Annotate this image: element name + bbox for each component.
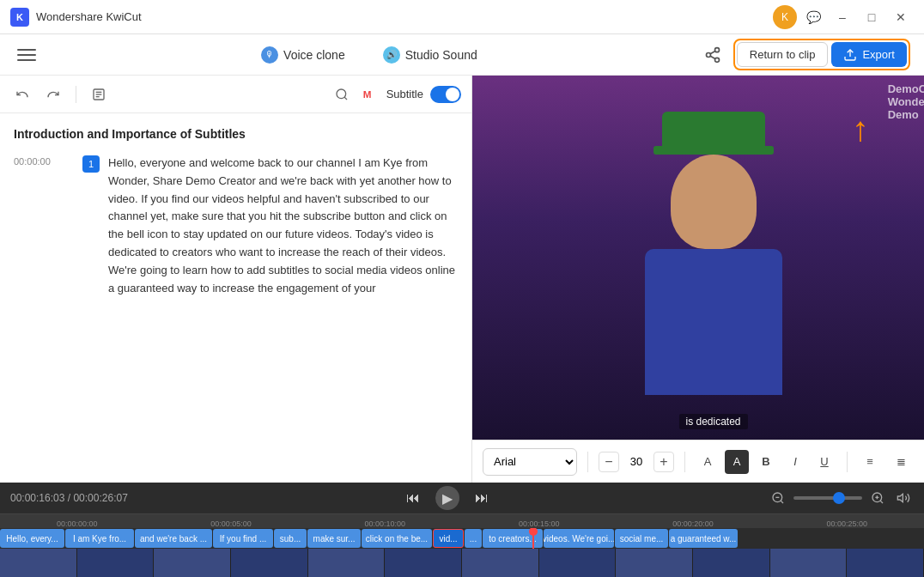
ruler-marks: 00:00:00:00 00:00:05:00 00:00:10:00 00:0…	[0, 514, 924, 528]
text-background-button[interactable]: A	[725, 450, 749, 474]
search-layout-button[interactable]	[330, 82, 354, 106]
transcript-block: 00:00:00 1 Hello, everyone and welcome b…	[14, 155, 458, 297]
user-initial: K	[781, 11, 788, 23]
block-number: 1	[82, 155, 100, 173]
clip-sub[interactable]: sub...	[274, 529, 307, 548]
play-pause-button[interactable]: ▶	[435, 486, 459, 510]
action-buttons-group: Return to clip Export	[733, 39, 910, 70]
ruler-mark-0: 00:00:00:00	[0, 519, 154, 528]
maximize-button[interactable]: □	[859, 5, 884, 29]
ruler-mark-4: 00:00:20:00	[616, 519, 769, 528]
message-icon-button[interactable]: 💬	[800, 5, 826, 29]
logo-text: K	[16, 12, 23, 22]
subtitle-label: Subtitle	[386, 88, 423, 100]
timeline-controls: 00:00:16:03 / 00:00:26:07 ⏮ ▶ ⏭	[0, 483, 924, 514]
transcript-timestamp: 00:00:00	[14, 155, 74, 297]
person-silhouette	[628, 112, 799, 395]
film-frame-6	[385, 549, 462, 577]
volume-button[interactable]	[893, 488, 914, 508]
text-align-button[interactable]: ≡	[858, 450, 882, 474]
clip-makesur[interactable]: make sur...	[307, 529, 361, 548]
font-size-value: 30	[624, 455, 648, 468]
italic-button[interactable]: I	[783, 450, 807, 474]
clip-videoswere[interactable]: videos. We're goi...	[544, 529, 614, 548]
studio-sound-icon: 🔊	[383, 46, 400, 64]
topnav-center: 🎙 Voice clone 🔊 Studio Sound	[252, 41, 486, 69]
titlebar-left: K Wondershare KwiCut	[10, 8, 142, 27]
video-preview: DemoCreatWonderDemo is dedicated	[472, 76, 924, 440]
clip-ifyou[interactable]: If you find ...	[213, 529, 273, 548]
timeline-ruler: 00:00:00:00 00:00:05:00 00:00:10:00 00:0…	[0, 514, 924, 528]
playback-controls: ⏮ ▶ ⏭	[401, 486, 494, 510]
font-size-control: − 30 +	[599, 452, 674, 472]
zoom-in-button[interactable]	[867, 488, 888, 508]
text-color-button[interactable]: A	[696, 450, 720, 474]
user-avatar[interactable]: K	[773, 5, 797, 29]
close-button[interactable]: ✕	[888, 5, 914, 29]
clip-track: Hello, every... I am Kye fro... and we'r…	[0, 528, 924, 549]
clip-iam[interactable]: I am Kye fro...	[65, 529, 134, 548]
font-size-increase-button[interactable]: +	[653, 452, 674, 472]
svg-line-14	[781, 501, 783, 503]
time-display: 00:00:16:03 / 00:00:26:07	[10, 492, 128, 504]
playhead[interactable]	[532, 528, 534, 549]
total-time: 00:00:26:07	[73, 492, 127, 504]
video-frame: DemoCreatWonderDemo is dedicated	[472, 76, 924, 440]
topnav: 🎙 Voice clone 🔊 Studio Sound Return to c…	[0, 34, 924, 76]
underline-button[interactable]: U	[812, 450, 836, 474]
transcript-title: Introduction and Importance of Subtitles	[14, 127, 458, 141]
film-frame-5	[308, 549, 386, 577]
transcript-text[interactable]: Hello, everyone and welcome back to our …	[108, 155, 458, 297]
ruler-mark-3: 00:00:15:00	[462, 519, 616, 528]
filmstrip	[0, 549, 924, 577]
share-button[interactable]	[699, 41, 726, 69]
svg-point-1	[706, 52, 710, 57]
toolbar-separator-1	[76, 86, 76, 103]
clip-socialme[interactable]: social me...	[615, 529, 668, 548]
voice-clone-nav-item[interactable]: 🎙 Voice clone	[252, 41, 354, 69]
svg-line-17	[880, 501, 883, 503]
ruler-mark-2: 00:00:10:00	[308, 519, 462, 528]
clip-wereback[interactable]: and we're back ...	[135, 529, 212, 548]
skip-forward-button[interactable]: ⏭	[470, 486, 494, 510]
zoom-slider[interactable]	[793, 496, 862, 500]
export-button[interactable]: Export	[831, 42, 907, 67]
text-formatting-tools: A A B I U	[696, 450, 836, 474]
svg-line-11	[344, 97, 347, 100]
export-icon	[843, 48, 857, 62]
svg-line-3	[710, 56, 715, 58]
studio-sound-nav-item[interactable]: 🔊 Studio Sound	[374, 41, 486, 69]
minimize-button[interactable]: –	[830, 5, 855, 29]
svg-point-10	[337, 89, 346, 99]
font-size-decrease-button[interactable]: −	[599, 452, 619, 472]
clip-vid[interactable]: vid...	[433, 529, 464, 548]
zoom-controls	[768, 488, 914, 508]
current-time: 00:00:16:03	[10, 492, 64, 504]
menu-button[interactable]	[14, 42, 40, 68]
return-to-clip-button[interactable]: Return to clip	[737, 42, 829, 67]
format-undo-button[interactable]: ↺	[920, 450, 924, 474]
bold-button[interactable]: B	[754, 450, 778, 474]
video-subtitle-text: is dedicated	[678, 414, 747, 429]
voice-clone-label: Voice clone	[283, 48, 345, 62]
clip-dots[interactable]: ...	[465, 529, 482, 548]
clip-aguaranteed[interactable]: a guaranteed w...	[669, 529, 738, 548]
ruler-mark-1: 00:00:05:00	[154, 519, 307, 528]
clip-clickonthe[interactable]: click on the be...	[362, 529, 432, 548]
clip-hello[interactable]: Hello, every...	[0, 529, 64, 548]
app-logo: K	[10, 8, 29, 27]
zoom-out-button[interactable]	[768, 488, 788, 508]
subtitle-toolbar: Arial − 30 + A A B I U ≡ ≣ ↺	[472, 440, 924, 483]
undo-button[interactable]	[10, 82, 34, 106]
voice-clone-icon: 🎙	[261, 46, 278, 64]
font-select[interactable]: Arial	[483, 448, 577, 476]
redo-button[interactable]	[41, 82, 65, 106]
subtitle-toggle[interactable]	[430, 86, 461, 103]
skip-back-button[interactable]: ⏮	[401, 486, 425, 510]
right-panel: DemoCreatWonderDemo is dedicated Arial −…	[472, 76, 924, 483]
svg-text:M: M	[362, 88, 371, 100]
topnav-right: Return to clip Export	[699, 39, 910, 70]
film-frame-8	[539, 549, 617, 577]
transcript-icon-button[interactable]	[87, 82, 111, 106]
line-spacing-button[interactable]: ≣	[889, 450, 913, 474]
